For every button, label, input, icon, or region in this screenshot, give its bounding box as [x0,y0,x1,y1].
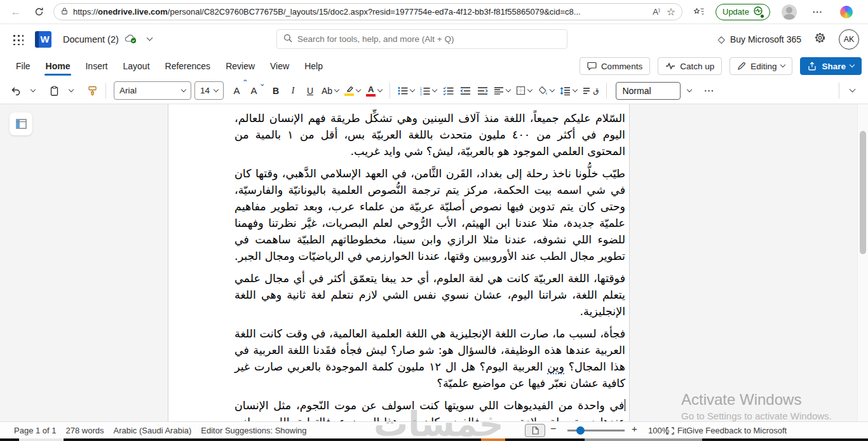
word-count[interactable]: 278 words [66,426,104,435]
tab-insert[interactable]: Insert [78,55,115,77]
app-launcher-icon[interactable] [12,34,24,45]
checklist-button[interactable] [440,81,456,100]
tab-layout[interactable]: Layout [115,55,157,77]
scrollbar-thumb[interactable] [860,131,866,254]
catch-up-label: Catch up [680,62,714,71]
line-spacing-button[interactable] [557,81,580,100]
tab-file[interactable]: File [8,55,38,77]
tab-home[interactable]: Home [38,55,78,77]
shrink-font-button[interactable]: A [247,81,263,100]
zoom-slider-thumb[interactable] [576,426,585,435]
account-avatar[interactable]: AK [839,29,859,50]
browser-update-button[interactable]: Update [715,4,770,20]
text-direction-button[interactable]: ق [580,81,601,100]
highlight-color-button[interactable] [342,81,363,100]
zoom-slider[interactable] [567,430,625,431]
undo-dropdown-icon[interactable] [25,81,41,100]
search-bar[interactable] [276,29,567,49]
undo-button[interactable] [8,81,24,100]
favorite-star-icon[interactable]: ☆ [667,6,675,18]
document-page[interactable]: السّلام عليكم جميعاً، اللغة منذ آلاف الس… [168,104,630,435]
borders-icon [516,86,526,95]
style-select[interactable]: Normal [616,82,681,100]
refresh-icon[interactable] [29,3,48,22]
document-view-icon [532,426,539,435]
document-title[interactable]: Document (2) [63,34,119,44]
favorites-bar-icon[interactable] [689,3,708,22]
editor-suggestions-status[interactable]: Editor Suggestions: Showing [201,426,306,435]
search-input[interactable] [297,34,560,44]
lock-icon[interactable] [60,6,69,18]
style-dropdown-icon[interactable] [682,82,696,100]
tab-references[interactable]: References [158,55,219,77]
spelling-suggestion-word[interactable]: وين [547,360,564,374]
paragraph-3[interactable]: فوقتها، اللغة العربيّة كانت هي لغة العلو… [234,270,625,320]
ribbon-tab-bar: File Home Insert Layout References Revie… [0,54,868,78]
page-view-button[interactable] [525,424,545,437]
collapse-ribbon-icon[interactable] [844,81,860,100]
word-logo[interactable]: W [35,31,51,48]
back-icon[interactable]: ← [6,3,25,22]
search-icon [283,34,292,45]
browser-profile-avatar[interactable] [782,4,797,20]
read-aloud-icon[interactable]: A) [653,7,660,17]
paragraph-1[interactable]: السّلام عليكم جميعاً، اللغة منذ آلاف الس… [234,110,625,159]
browser-essentials-icon [753,6,763,18]
bullets-button[interactable] [395,81,417,100]
vertical-scrollbar[interactable] [857,104,868,421]
browser-toolbar: ← https://onedrive.live.com/personal/C82… [0,0,868,24]
numbering-button[interactable]: 123 [417,81,439,100]
feedback-link[interactable]: Give Feedback to Microsoft [686,426,787,435]
font-size-dropdown-icon [214,86,219,92]
toolbar-more-button[interactable]: ⋯ [697,85,721,97]
underline-button[interactable]: U [302,81,318,100]
font-name-select[interactable]: Arial [114,81,191,100]
font-color-button[interactable]: A [363,81,384,100]
zoom-in-button[interactable]: + [632,423,637,434]
pulse-icon [665,62,675,70]
increase-indent-button[interactable] [474,81,491,100]
more-text-formatting-button[interactable]: Ab [319,81,341,100]
decrease-indent-button[interactable] [457,81,473,100]
buy-microsoft-365-button[interactable]: ◇ Buy Microsoft 365 [717,34,801,45]
editing-mode-button[interactable]: Editing [729,57,792,75]
document-text[interactable]: السّلام عليكم جميعاً، اللغة منذ آلاف الس… [234,110,625,441]
page-count[interactable]: Page 1 of 1 [14,426,57,435]
fit-to-page-button[interactable]: Fit [666,426,686,435]
cloud-saved-icon[interactable] [125,34,137,46]
navigation-pane-toggle[interactable] [10,112,32,135]
font-name-dropdown-icon [181,86,186,92]
paragraph-4[interactable]: فجأة، لسبب ما، صارت اللغة الإنجليزية هي … [234,325,625,391]
alignment-button[interactable] [491,81,513,100]
avatar-initials: AK [844,35,855,44]
address-bar[interactable]: https://onedrive.live.com/personal/C82C9… [53,3,682,20]
undo-icon [11,86,21,95]
browser-more-icon[interactable]: ⋯ [806,6,830,18]
catch-up-button[interactable]: Catch up [658,57,722,75]
font-size-select[interactable]: 14 [194,81,224,100]
document-canvas: السّلام عليكم جميعاً، اللغة منذ آلاف الس… [0,104,868,421]
paste-button[interactable] [46,81,62,100]
format-painter-button[interactable] [84,81,100,100]
italic-button[interactable]: I [285,81,301,100]
settings-gear-icon[interactable] [814,32,826,46]
grow-font-button[interactable]: A [229,81,246,100]
bold-button[interactable]: B [268,81,284,100]
comments-button[interactable]: Comments [580,57,650,75]
side-pane-icon [16,119,27,129]
editing-label: Editing [750,62,776,71]
status-bar: Page 1 of 1 278 words Arabic (Saudi Arab… [0,421,868,438]
url-text[interactable]: https://onedrive.live.com/personal/C82C9… [73,7,648,17]
title-dropdown-icon[interactable] [146,35,153,41]
paste-dropdown-icon[interactable] [63,81,79,100]
zoom-out-button[interactable]: − [550,423,556,435]
tab-help[interactable]: Help [297,55,330,77]
borders-button[interactable] [513,81,534,100]
copilot-icon[interactable] [840,6,853,18]
tab-view[interactable]: View [262,55,297,77]
share-button[interactable]: Share [800,57,862,75]
language-indicator[interactable]: Arabic (Saudi Arabia) [113,426,191,435]
tab-review[interactable]: Review [218,55,262,77]
shading-button[interactable] [535,81,557,100]
paragraph-2[interactable]: طيّب خلُّونا ناخذ رحلة إلى بغداد، القَرن… [234,165,625,264]
